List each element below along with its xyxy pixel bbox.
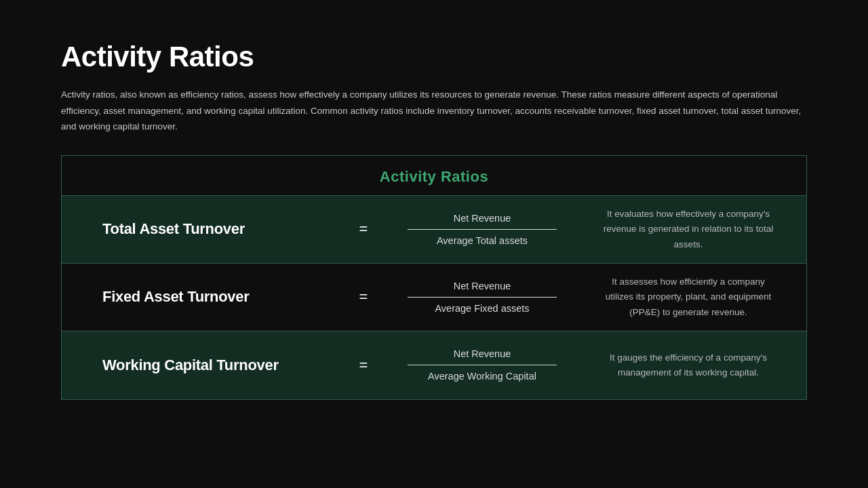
description-total-asset: It evaluates how effectively a company's… [584,197,806,262]
denominator-working-capital: Average Working Capital [428,367,536,382]
fraction-line-2 [408,297,557,298]
fraction-working-capital: Net Revenue Average Working Capital [380,342,584,388]
numerator-working-capital: Net Revenue [454,348,511,363]
ratio-name-working-capital: Working Capital Turnover [62,343,347,388]
ratios-section: Activity Ratios Total Asset Turnover = N… [61,156,807,400]
ratio-row-total-asset: Total Asset Turnover = Net Revenue Avera… [62,196,806,264]
ratio-row-working-capital: Working Capital Turnover = Net Revenue A… [62,331,806,399]
numerator-total-asset: Net Revenue [454,213,511,228]
description-working-capital: It gauges the efficiency of a company's … [584,340,806,391]
denominator-total-asset: Average Total assets [437,231,528,246]
ratio-row-fixed-asset: Fixed Asset Turnover = Net Revenue Avera… [62,264,806,331]
page-description: Activity ratios, also known as efficienc… [61,87,807,135]
fraction-line-1 [408,229,557,230]
denominator-fixed-asset: Average Fixed assets [435,299,529,314]
description-fixed-asset: It assesses how efficiently a company ut… [584,264,806,330]
ratio-name-fixed-asset: Fixed Asset Turnover [62,274,347,319]
equals-sign-1: = [347,220,380,238]
ratio-name-total-asset: Total Asset Turnover [62,207,347,251]
section-title: Activity Ratios [62,156,806,196]
fraction-total-asset: Net Revenue Average Total assets [380,206,584,253]
page-title: Activity Ratios [61,41,807,73]
numerator-fixed-asset: Net Revenue [454,281,511,296]
fraction-fixed-asset: Net Revenue Average Fixed assets [380,274,584,321]
fraction-line-3 [408,365,557,365]
equals-sign-2: = [347,288,380,306]
equals-sign-3: = [347,357,380,374]
page-container: Activity Ratios Activity ratios, also kn… [0,0,868,427]
